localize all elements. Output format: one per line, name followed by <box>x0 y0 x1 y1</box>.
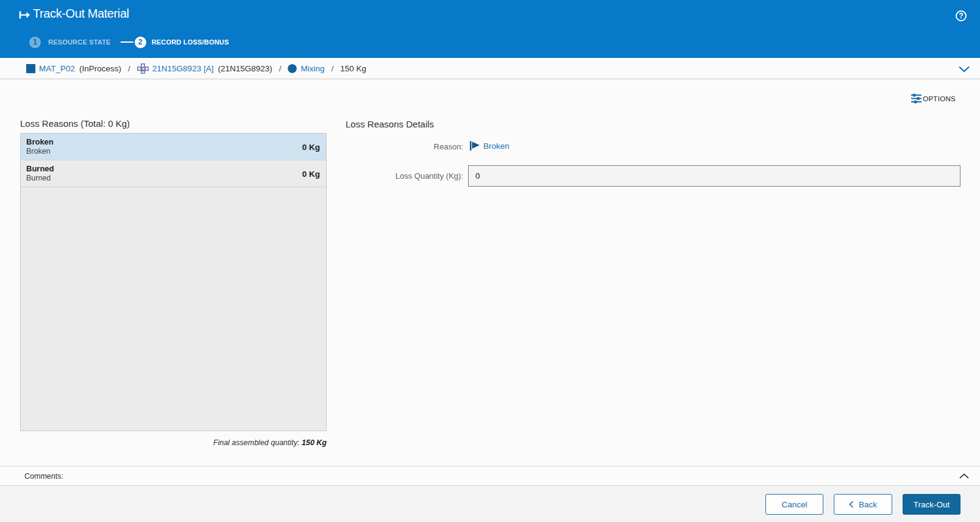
options-sliders-icon <box>911 93 921 104</box>
title-row: Track-Out Material ? <box>0 0 980 29</box>
trackout-button[interactable]: Track-Out <box>903 494 960 515</box>
page-title: Track-Out Material <box>33 7 129 21</box>
loss-reason-row-burned[interactable]: Burned Burned 0 Kg <box>21 160 326 187</box>
step-circle-icon <box>288 64 297 73</box>
loss-reason-row-broken[interactable]: Broken Broken 0 Kg <box>21 134 326 160</box>
step-resource-state[interactable]: 1 RESOURCE STATE <box>29 37 111 48</box>
header: Track-Out Material ? 1 RESOURCE STATE 2 … <box>0 0 980 58</box>
trackout-icon <box>19 10 31 20</box>
help-icon[interactable]: ? <box>955 10 967 22</box>
trackout-button-label: Track-Out <box>914 500 950 509</box>
breadcrumb-step-link[interactable]: Mixing <box>300 64 324 73</box>
cancel-button[interactable]: Cancel <box>765 494 823 515</box>
comments-label: Comments: <box>24 472 63 481</box>
svg-text:?: ? <box>959 12 963 20</box>
step-1-circle: 1 <box>29 37 41 48</box>
breadcrumb-container-link[interactable]: 21N15G8923 [A] <box>152 64 214 73</box>
breadcrumb-separator: / <box>128 64 130 73</box>
loss-reason-name: Burned <box>26 164 320 174</box>
loss-reason-quantity: 0 Kg <box>302 134 320 160</box>
flag-icon <box>469 140 481 151</box>
reason-value-text: Broken <box>483 141 510 151</box>
step-connector <box>121 41 133 43</box>
step-2-circle: 2 <box>135 37 146 48</box>
back-button[interactable]: Back <box>834 494 892 515</box>
loss-reason-description: Broken <box>26 147 320 156</box>
chevron-down-icon[interactable] <box>957 62 971 76</box>
comments-bar[interactable]: Comments: <box>0 466 980 486</box>
material-square-icon <box>26 64 35 73</box>
breadcrumb-separator: / <box>279 64 282 73</box>
options-label: OPTIONS <box>923 95 956 102</box>
step-1-label: RESOURCE STATE <box>48 38 111 46</box>
loss-quantity-label: Loss Quantity (Kg): <box>346 171 463 181</box>
reason-label: Reason: <box>346 142 463 151</box>
final-assembled-quantity: Final assembled quantity: 150 Kg <box>20 438 327 447</box>
options-button[interactable]: OPTIONS <box>911 93 956 104</box>
breadcrumb-container-id: (21N15G8923) <box>218 64 272 73</box>
wizard-steps: 1 RESOURCE STATE 2 RECORD LOSS/BONUS <box>29 35 229 49</box>
loss-reason-name: Broken <box>26 137 320 147</box>
cancel-button-label: Cancel <box>781 500 807 509</box>
footer: Cancel Back Track-Out <box>0 487 980 522</box>
step-record-loss-bonus[interactable]: 2 RECORD LOSS/BONUS <box>135 37 229 48</box>
loss-reasons-details-title: Loss Reasons Details <box>346 119 434 129</box>
final-assembled-quantity-value: 150 Kg <box>302 438 327 447</box>
breadcrumb-quantity: 150 Kg <box>340 64 366 73</box>
back-button-label: Back <box>859 500 877 509</box>
loss-quantity-input[interactable] <box>468 165 960 187</box>
chevron-left-icon <box>849 501 854 508</box>
step-2-label: RECORD LOSS/BONUS <box>152 38 229 46</box>
loss-reasons-title: Loss Reasons (Total: 0 Kg) <box>20 118 130 129</box>
trackout-material-dialog: Track-Out Material ? 1 RESOURCE STATE 2 … <box>0 0 980 522</box>
loss-reason-quantity: 0 Kg <box>302 160 320 187</box>
workflow-icon <box>137 63 149 74</box>
breadcrumb-material-link[interactable]: MAT_P02 <box>39 64 75 73</box>
loss-reasons-list: Broken Broken 0 Kg Burned Burned 0 Kg <box>20 133 327 431</box>
chevron-up-icon[interactable] <box>958 470 970 482</box>
breadcrumb-material-status: (InProcess) <box>79 64 121 73</box>
final-assembled-quantity-label: Final assembled quantity: <box>213 438 300 447</box>
breadcrumb-separator: / <box>332 64 334 73</box>
reason-value: Broken <box>469 140 510 151</box>
loss-reason-description: Burned <box>26 174 320 183</box>
breadcrumb: MAT_P02 (InProcess) / 21N15G8923 [A] (21… <box>0 58 980 79</box>
